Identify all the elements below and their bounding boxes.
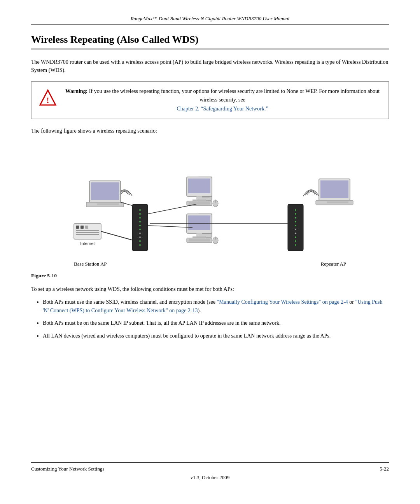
warning-content: Warning: If you use the wireless repeati… <box>63 87 382 113</box>
svg-rect-7 <box>76 232 99 233</box>
figure-intro: The following figure shows a wireless re… <box>31 127 389 135</box>
svg-rect-45 <box>196 233 202 236</box>
svg-rect-3 <box>76 226 79 229</box>
svg-rect-64 <box>320 180 348 198</box>
svg-rect-48 <box>189 239 210 242</box>
svg-point-54 <box>295 213 296 215</box>
svg-point-59 <box>295 233 296 234</box>
svg-line-51 <box>148 226 192 228</box>
svg-point-15 <box>139 221 141 222</box>
header-text: RangeMax™ Dual Band Wireless-N Gigabit R… <box>131 16 290 21</box>
figure-captions: Base Station AP Repeater AP <box>51 261 369 267</box>
svg-point-60 <box>295 236 296 238</box>
svg-point-13 <box>139 213 141 215</box>
warning-box: ! Warning: If you use the wireless repea… <box>31 81 389 119</box>
bullet-1-between: or <box>348 299 355 305</box>
svg-point-55 <box>295 217 296 219</box>
svg-point-61 <box>295 240 296 242</box>
svg-rect-66 <box>327 201 348 203</box>
figure-container: Internet <box>31 142 389 269</box>
list-item: Both APs must use the same SSID, wireles… <box>43 298 389 315</box>
svg-point-57 <box>295 225 296 226</box>
bullet-3-text: All LAN devices (wired and wireless comp… <box>43 333 331 339</box>
svg-point-53 <box>295 209 296 211</box>
svg-text:!: ! <box>46 95 49 105</box>
bullet-2-text: Both APs must be on the same LAN IP subn… <box>43 320 280 326</box>
bullet-1-after: ). <box>198 308 201 313</box>
svg-rect-11 <box>132 204 148 251</box>
svg-rect-25 <box>97 203 119 205</box>
svg-line-39 <box>148 204 196 214</box>
bullet-list: Both APs must use the same SSID, wireles… <box>43 298 389 345</box>
figure-diagram: Internet <box>51 142 369 259</box>
caption-repeater: Repeater AP <box>321 261 346 267</box>
svg-rect-44 <box>188 215 210 230</box>
warning-link[interactable]: Chapter 2, “Safeguarding Your Network.” <box>177 106 268 112</box>
bullet-1-before: Both APs must use the same SSID, wireles… <box>43 299 217 305</box>
svg-point-20 <box>139 240 141 242</box>
figure-label: Figure 5-10 <box>31 273 389 279</box>
svg-text:Internet: Internet <box>80 241 94 246</box>
svg-line-10 <box>101 231 136 241</box>
list-item: All LAN devices (wired and wireless comp… <box>43 332 389 340</box>
svg-point-18 <box>139 233 141 234</box>
footer-version: v1.3, October 2009 <box>31 474 389 481</box>
list-item: Both APs must be on the same LAN IP subn… <box>43 319 389 327</box>
svg-point-62 <box>295 244 296 246</box>
warning-label: Warning: <box>65 88 88 94</box>
page-header: RangeMax™ Dual Band Wireless-N Gigabit R… <box>31 16 389 24</box>
svg-point-16 <box>139 225 141 226</box>
network-diagram: Internet <box>51 142 369 259</box>
body-text: To set up a wireless network using WDS, … <box>31 285 389 294</box>
svg-point-56 <box>295 221 296 222</box>
svg-rect-8 <box>76 234 99 235</box>
intro-paragraph: The WNDR3700 router can be used with a w… <box>31 58 389 74</box>
caption-base-station: Base Station AP <box>74 261 107 267</box>
svg-rect-36 <box>189 202 210 205</box>
svg-rect-33 <box>196 196 202 200</box>
svg-point-58 <box>295 229 296 230</box>
svg-rect-5 <box>85 226 88 229</box>
svg-point-14 <box>139 217 141 219</box>
svg-point-17 <box>139 229 141 230</box>
svg-rect-34 <box>192 200 206 201</box>
svg-rect-23 <box>91 182 119 200</box>
svg-rect-4 <box>80 226 84 229</box>
warning-body: If you use the wireless repeating functi… <box>88 88 380 103</box>
bullet-1-link1[interactable]: "Manually Configuring Your Wireless Sett… <box>217 299 348 305</box>
svg-rect-32 <box>188 178 210 193</box>
warning-icon: ! <box>38 89 57 109</box>
page-footer: Customizing Your Network Settings 5-22 <box>31 462 389 472</box>
footer-right: 5-22 <box>380 466 389 472</box>
svg-rect-6 <box>76 230 99 231</box>
svg-rect-52 <box>288 204 303 251</box>
footer-left: Customizing Your Network Settings <box>31 466 105 472</box>
svg-point-21 <box>139 244 141 246</box>
svg-rect-46 <box>192 236 206 238</box>
chapter-title: Wireless Repeating (Also Called WDS) <box>31 34 389 49</box>
svg-point-19 <box>139 236 141 238</box>
svg-point-12 <box>139 209 141 211</box>
